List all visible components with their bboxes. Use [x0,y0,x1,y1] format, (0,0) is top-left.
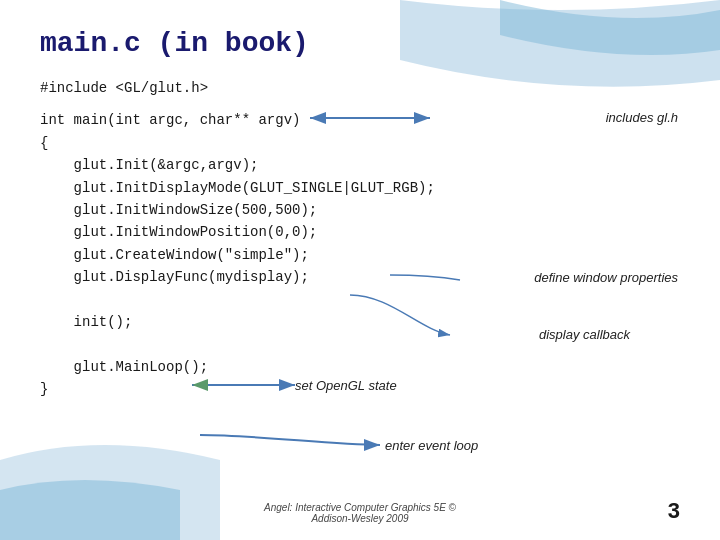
main-section: int main(int argc, char** argv) { glut.I… [40,109,680,400]
main-loop-line: glut.MainLoop(); [40,356,680,378]
code-line-3: glut.InitWindowSize(500,500); [40,199,680,221]
main-signature: int main(int argc, char** argv) [40,109,680,131]
close-brace: } [40,378,680,400]
include-section: #include <GL/glut.h> [40,77,680,99]
code-line-4: glut.InitWindowPosition(0,0); [40,221,680,243]
include-line: #include <GL/glut.h> [40,77,680,99]
page-number: 3 [668,498,680,524]
open-brace: { [40,132,680,154]
blank-1 [40,289,680,311]
slide-content: main.c (in book) #include <GL/glut.h> in… [0,0,720,430]
blank-2 [40,333,680,355]
code-line-6: glut.DisplayFunc(mydisplay); [40,266,680,288]
code-block: #include <GL/glut.h> int main(int argc, … [40,77,680,400]
annotation-enter-event: enter event loop [385,436,478,454]
footer-text: Angel: Interactive Computer Graphics 5E … [264,502,456,524]
init-line: init(); [40,311,680,333]
slide-title: main.c (in book) [40,28,680,59]
code-line-5: glut.CreateWindow("simple"); [40,244,680,266]
code-line-1: glut.Init(&argc,argv); [40,154,680,176]
code-line-2: glut.InitDisplayMode(GLUT_SINGLE|GLUT_RG… [40,177,680,199]
